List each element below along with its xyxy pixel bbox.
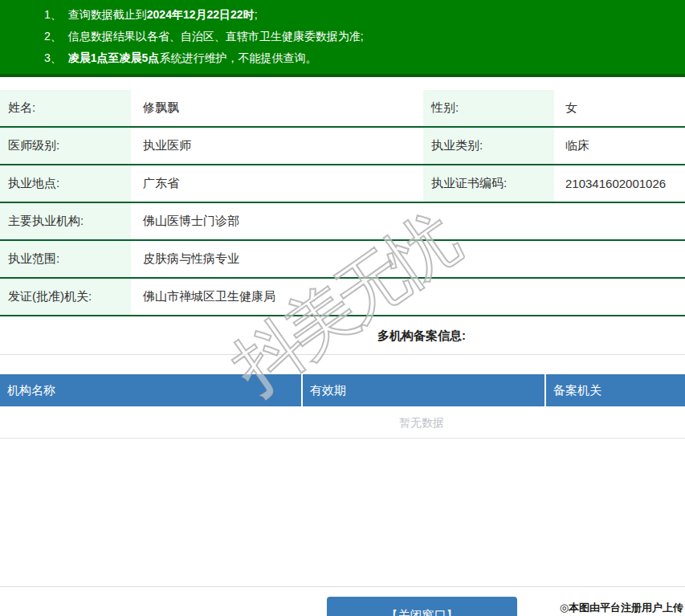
notice-text-bold: 2024年12月22日22时 [147,8,255,21]
practice-location-value: 广东省 [133,165,422,202]
notice-number: 1、 [44,8,62,21]
gender-label: 性别: [423,90,554,126]
table-row-main-institution: 主要执业机构: 佛山医博士门诊部 [0,203,685,241]
notice-text: 信息数据结果以各省、自治区、直辖市卫生健康委数据为准; [68,30,364,43]
notice-banner: 1、查询数据截止到2024年12月22日22时; 2、信息数据结果以各省、自治区… [0,0,685,77]
filing-table-empty-state: 暂无数据 [0,406,685,439]
practice-category-value: 临床 [554,128,685,164]
issuing-authority-value: 佛山市禅城区卫生健康局 [133,279,685,315]
table-row-level-category: 医师级别: 执业医师 执业类别: 临床 [0,128,685,165]
table-row-issuing-authority: 发证(批准)机关: 佛山市禅城区卫生健康局 [0,279,685,316]
notice-text: 查询数据截止到 [68,8,147,21]
spacer [0,355,685,374]
notice-line-2: 2、信息数据结果以各省、自治区、直辖市卫生健康委数据为准; [44,26,685,47]
notice-number: 3、 [44,51,62,64]
gender-value: 女 [554,90,685,126]
divider [0,586,685,587]
notice-text: ; [255,8,258,21]
issuing-authority-label: 发证(批准)机关: [0,279,131,315]
close-window-button[interactable]: 【关闭窗口】 [327,597,517,616]
column-header-filing-authority: 备案机关 [544,374,685,406]
practice-location-label: 执业地点: [0,165,131,202]
filing-table-header: 机构名称 有效期 备案机关 [0,374,685,406]
upload-attribution-note: ◎本图由平台注册用户上传 [560,601,683,615]
table-row-practice-scope: 执业范围: 皮肤病与性病专业 [0,241,685,279]
notice-line-1: 1、查询数据截止到2024年12月22日22时; [44,4,685,26]
name-value: 修飘飘 [133,90,422,126]
certificate-number-label: 执业证书编码: [423,165,554,202]
table-row-name-gender: 姓名: 修飘飘 性别: 女 [0,90,685,128]
name-label: 姓名: [0,90,131,126]
notice-text: 系统进行维护，不能提供查询。 [159,51,316,64]
multi-institution-section-title: 多机构备案信息: [0,316,685,355]
certificate-number-value: 210341602001026 [554,165,685,202]
practice-category-label: 执业类别: [423,128,554,164]
practitioner-info-table: 姓名: 修飘飘 性别: 女 医师级别: 执业医师 执业类别: 临床 执业地点: … [0,90,685,316]
column-header-institution-name: 机构名称 [0,374,301,406]
notice-line-3: 3、凌晨1点至凌晨5点系统进行维护，不能提供查询。 [44,47,685,69]
main-institution-label: 主要执业机构: [0,203,131,239]
physician-level-label: 医师级别: [0,128,131,164]
practice-scope-label: 执业范围: [0,241,131,277]
notice-number: 2、 [44,30,62,43]
physician-level-value: 执业医师 [133,128,422,164]
notice-text-bold: 凌晨1点至凌晨5点 [68,51,160,64]
practice-scope-value: 皮肤病与性病专业 [133,241,685,277]
column-header-validity-period: 有效期 [301,374,544,406]
table-row-location-certificate: 执业地点: 广东省 执业证书编码: 210341602001026 [0,165,685,203]
main-institution-value: 佛山医博士门诊部 [133,203,685,239]
